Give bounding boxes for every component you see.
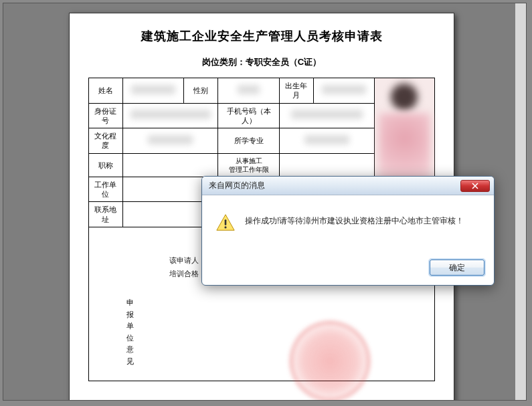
gender-label: 性别 [184,78,218,104]
phone-label: 手机号码（本人） [218,103,280,128]
name-value [122,78,184,104]
opinion-side-label: 申报单位意见 [125,297,135,368]
dialog-titlebar: 来自网页的消息 [202,177,494,195]
title-value [122,153,217,177]
years-label: 从事施工管理工作年限 [218,153,280,177]
major-label: 所学专业 [218,128,280,154]
dialog-footer: 确定 [202,256,494,285]
content-viewport: 建筑施工企业安全生产管理人员考核申请表 岗位类别：专职安全员（C证） 姓名 性别… [3,3,527,401]
warning-icon [215,213,236,233]
dialog-body: 操作成功!请等待漳州市建设执业资格注册中心地市主管审核！ [202,195,494,256]
id-value [122,103,217,128]
years-value [279,153,374,177]
name-label: 姓名 [89,78,123,104]
title-label: 职称 [89,153,123,177]
dialog-title-text: 来自网页的消息 [209,180,460,191]
gender-value [218,78,280,104]
address-label: 联系地址 [89,202,123,227]
id-label: 身份证号 [89,103,123,128]
svg-rect-0 [225,219,227,225]
close-icon [472,183,478,189]
edu-value [122,128,217,154]
dialog-message: 操作成功!请等待漳州市建设执业资格注册中心地市主管审核！ [245,213,464,227]
edu-label: 文化程度 [89,128,123,154]
official-stamp [290,321,370,401]
major-value [279,128,374,154]
alert-dialog: 来自网页的消息 操作成功!请等待漳州市建设执业资格注册中心地市主管审核！ 确定 [201,176,495,286]
document-subtitle: 岗位类别：专职安全员（C证） [88,56,435,68]
company-label: 工作单位 [89,177,123,202]
vertical-scrollbar[interactable] [515,3,526,400]
svg-point-1 [224,226,226,228]
document-title: 建筑施工企业安全生产管理人员考核申请表 [88,28,435,44]
birth-value [313,78,375,104]
dialog-close-button[interactable] [460,180,490,192]
phone-value [279,103,374,128]
birth-label: 出生年月 [279,78,313,104]
ok-button[interactable]: 确定 [430,260,484,276]
